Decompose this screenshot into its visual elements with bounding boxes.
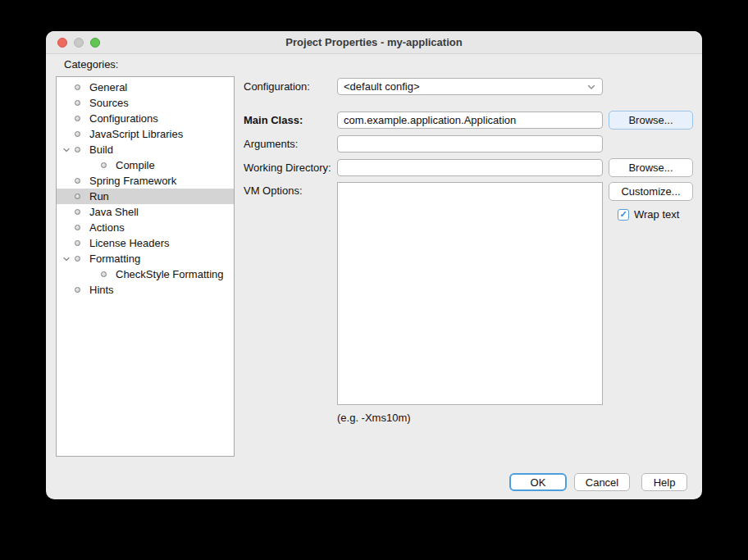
wrap-text-label: Wrap text	[634, 208, 679, 221]
configuration-select[interactable]: <default config>	[337, 78, 603, 95]
help-button[interactable]: Help	[641, 473, 687, 491]
tree-item-label: Hints	[89, 284, 114, 296]
working-directory-input[interactable]	[337, 159, 603, 176]
main-class-browse-button[interactable]: Browse...	[609, 111, 693, 130]
configuration-label: Configuration:	[244, 78, 310, 95]
tree-item-general[interactable]: General	[57, 80, 234, 95]
wrap-text-checkbox[interactable]: ✓	[618, 209, 629, 221]
node-bullet-icon	[75, 147, 80, 153]
tree-item-label: Compile	[116, 159, 155, 171]
tree-item-label: Actions	[89, 221, 125, 234]
tree-item-label: Run	[89, 190, 109, 203]
node-bullet-icon	[75, 209, 80, 215]
node-bullet-icon	[101, 271, 107, 277]
tree-item-spring-framework[interactable]: Spring Framework	[57, 173, 234, 189]
tree-item-label: Formatting	[89, 253, 140, 265]
tree-item-label: General	[89, 81, 127, 93]
traffic-lights	[57, 38, 100, 48]
vm-options-label: VM Options:	[244, 182, 303, 199]
node-bullet-icon	[75, 225, 80, 230]
tree-item-label: Java Shell	[89, 206, 139, 218]
vm-options-hint: (e.g. -Xms10m)	[337, 412, 411, 424]
arguments-input[interactable]	[337, 135, 603, 153]
tree-item-compile[interactable]: Compile	[57, 157, 234, 173]
arguments-label: Arguments:	[244, 135, 298, 153]
tree-item-configurations[interactable]: Configurations	[57, 111, 234, 126]
tree-item-label: Build	[89, 143, 113, 156]
chevron-down-icon	[586, 82, 596, 92]
tree-item-label: License Headers	[89, 237, 170, 249]
zoom-window-icon[interactable]	[90, 38, 100, 48]
tree-item-label: Configurations	[89, 112, 158, 125]
categories-tree[interactable]: GeneralSourcesConfigurationsJavaScript L…	[56, 76, 235, 457]
tree-item-javascript-libraries[interactable]: JavaScript Libraries	[57, 126, 234, 142]
close-window-icon[interactable]	[57, 38, 67, 48]
node-bullet-icon	[75, 116, 80, 121]
tree-item-checkstyle-formatting[interactable]: CheckStyle Formatting	[57, 266, 234, 282]
tree-item-label: Sources	[89, 97, 129, 109]
window-title: Project Properties - my-application	[285, 36, 462, 48]
wrap-text-control[interactable]: ✓ Wrap text	[618, 208, 679, 221]
cancel-button[interactable]: Cancel	[574, 473, 630, 491]
tree-item-label: JavaScript Libraries	[89, 128, 183, 140]
minimize-window-icon[interactable]	[74, 38, 84, 48]
expand-chevron-icon[interactable]	[61, 255, 72, 263]
expand-chevron-icon[interactable]	[61, 146, 72, 154]
node-bullet-icon	[75, 240, 80, 246]
tree-item-license-headers[interactable]: License Headers	[57, 235, 234, 251]
node-bullet-icon	[75, 84, 80, 90]
node-bullet-icon	[75, 178, 80, 184]
tree-item-formatting[interactable]: Formatting	[57, 251, 234, 266]
tree-item-label: Spring Framework	[89, 175, 176, 187]
tree-item-java-shell[interactable]: Java Shell	[57, 204, 234, 220]
project-properties-dialog: Project Properties - my-application Cate…	[46, 31, 702, 499]
main-class-label: Main Class:	[244, 112, 303, 129]
tree-item-sources[interactable]: Sources	[57, 95, 234, 111]
node-bullet-icon	[75, 287, 80, 293]
categories-label: Categories:	[64, 58, 118, 71]
working-directory-browse-button[interactable]: Browse...	[609, 158, 693, 177]
ok-button[interactable]: OK	[509, 473, 567, 491]
tree-item-label: CheckStyle Formatting	[116, 268, 224, 280]
node-bullet-icon	[75, 256, 80, 262]
main-class-input[interactable]	[337, 112, 603, 129]
node-bullet-icon	[75, 193, 80, 199]
node-bullet-icon	[101, 162, 107, 168]
tree-item-run[interactable]: Run	[57, 189, 234, 204]
customize-button[interactable]: Customize...	[609, 182, 693, 201]
title-bar[interactable]: Project Properties - my-application	[46, 31, 702, 54]
configuration-value: <default config>	[344, 80, 420, 93]
vm-options-textarea[interactable]	[337, 182, 603, 405]
node-bullet-icon	[75, 100, 80, 106]
node-bullet-icon	[75, 131, 80, 137]
tree-item-build[interactable]: Build	[57, 142, 234, 157]
tree-item-hints[interactable]: Hints	[57, 282, 234, 298]
working-directory-label: Working Directory:	[244, 159, 331, 176]
tree-item-actions[interactable]: Actions	[57, 220, 234, 235]
